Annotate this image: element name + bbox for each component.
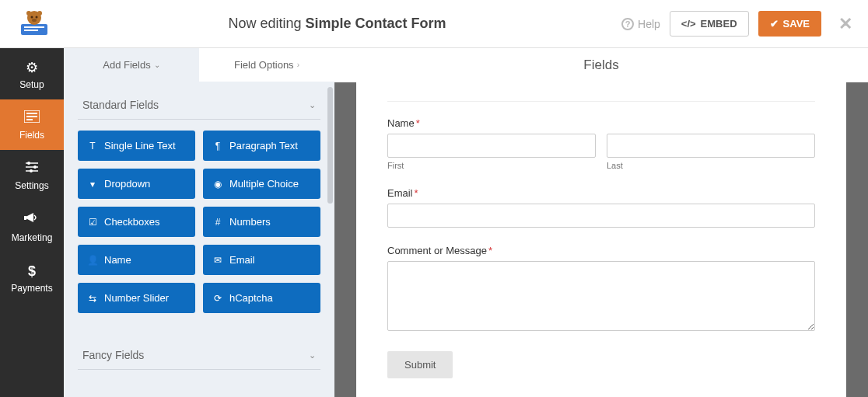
field-hcaptcha[interactable]: ⟳hCaptcha (203, 283, 320, 313)
required-mark: * (488, 245, 492, 256)
embed-button[interactable]: </> EMBED (670, 11, 749, 37)
field-label: Paragraph Text (229, 140, 298, 151)
code-icon: </> (681, 18, 696, 30)
nav-setup-label: Setup (19, 79, 44, 90)
help-link[interactable]: ? Help (621, 18, 660, 30)
first-sublabel: First (387, 161, 596, 170)
field-numbers[interactable]: #Numbers (203, 207, 320, 237)
field-label: Numbers (229, 216, 271, 228)
field-label: Dropdown (104, 178, 150, 190)
nav-settings[interactable]: Settings (0, 150, 64, 200)
tab-add-fields-label: Add Fields (103, 59, 150, 71)
main: ⚙ Setup Fields Settings Marketing $ Paym… (0, 48, 868, 397)
field-label: Email (229, 254, 255, 266)
section-standard-title: Standard Fields (82, 99, 159, 111)
submit-button[interactable]: Submit (387, 351, 453, 378)
megaphone-icon (3, 211, 61, 229)
field-name[interactable]: 👤Name (78, 245, 195, 275)
fields-panel: Add Fields ⌄ Field Options › Standard Fi… (64, 48, 334, 397)
email-label: Email* (387, 187, 815, 199)
svg-point-14 (27, 162, 30, 165)
section-fancy-title: Fancy Fields (82, 349, 144, 361)
top-bar: Now editing Simple Contact Form ? Help <… (0, 0, 868, 48)
captcha-icon: ⟳ (212, 293, 223, 304)
form-preview[interactable]: Name* First Last Email* (356, 82, 846, 397)
hash-icon: # (212, 217, 223, 228)
svg-point-4 (31, 16, 33, 18)
nav-marketing[interactable]: Marketing (0, 200, 64, 252)
editing-title: Now editing Simple Contact Form (53, 16, 621, 32)
field-label: Single Line Text (104, 140, 176, 151)
tab-field-options-label: Field Options (234, 59, 294, 71)
field-checkboxes[interactable]: ☑Checkboxes (78, 207, 195, 237)
svg-rect-1 (24, 26, 44, 28)
tab-add-fields[interactable]: Add Fields ⌄ (64, 48, 199, 82)
save-label: SAVE (783, 18, 810, 30)
preview-header: Fields (334, 48, 868, 82)
required-mark: * (415, 187, 418, 199)
required-mark: * (416, 117, 420, 129)
svg-rect-11 (26, 116, 37, 117)
svg-point-18 (30, 169, 33, 172)
nav-fields-label: Fields (19, 130, 44, 141)
sliders-icon (3, 161, 61, 177)
field-label: Name (104, 254, 131, 266)
chevron-down-icon: ⌄ (309, 100, 316, 110)
field-single-line-text[interactable]: TSingle Line Text (78, 131, 195, 161)
form-icon (3, 110, 61, 127)
preview-body-wrap: Name* First Last Email* (334, 82, 868, 397)
section-standard-fields[interactable]: Standard Fields ⌄ (78, 82, 320, 120)
editing-prefix: Now editing (228, 16, 305, 31)
field-multiple-choice[interactable]: ◉Multiple Choice (203, 169, 320, 199)
save-button[interactable]: ✔ SAVE (758, 11, 821, 37)
field-label: hCaptcha (229, 292, 273, 304)
app-logo (16, 5, 53, 43)
message-label: Comment or Message* (387, 245, 815, 256)
form-field-email[interactable]: Email* (387, 187, 815, 228)
slider-icon: ⇆ (87, 293, 98, 304)
last-name-input[interactable] (607, 134, 815, 158)
checkbox-icon: ☑ (87, 217, 98, 228)
field-label: Checkboxes (104, 216, 160, 228)
field-email[interactable]: ✉Email (203, 245, 320, 275)
radio-icon: ◉ (212, 179, 223, 190)
fields-scroll[interactable]: Standard Fields ⌄ TSingle Line Text ¶Par… (64, 82, 334, 397)
nav-marketing-label: Marketing (12, 232, 53, 243)
standard-fields-grid: TSingle Line Text ¶Paragraph Text ▾Dropd… (78, 131, 320, 313)
field-dropdown[interactable]: ▾Dropdown (78, 169, 195, 199)
panel-tabs: Add Fields ⌄ Field Options › (64, 48, 334, 82)
first-name-input[interactable] (387, 134, 596, 158)
embed-label: EMBED (701, 18, 737, 30)
svg-rect-12 (26, 119, 33, 120)
help-icon: ? (621, 18, 634, 30)
nav-setup[interactable]: ⚙ Setup (0, 48, 64, 99)
side-nav: ⚙ Setup Fields Settings Marketing $ Paym… (0, 48, 64, 397)
close-button[interactable]: ✕ (838, 14, 852, 34)
message-textarea[interactable] (387, 261, 815, 331)
preview-column: Fields Name* First Last (334, 48, 868, 397)
nav-payments-label: Payments (11, 283, 52, 294)
chevron-down-icon: ⌄ (309, 350, 316, 360)
section-fancy-fields[interactable]: Fancy Fields ⌄ (78, 332, 320, 370)
svg-rect-2 (24, 30, 38, 31)
nav-fields[interactable]: Fields (0, 99, 64, 150)
email-input[interactable] (387, 204, 815, 228)
form-field-message[interactable]: Comment or Message* (387, 245, 815, 334)
dollar-icon: $ (3, 263, 61, 280)
svg-point-7 (26, 11, 31, 16)
form-field-name[interactable]: Name* First Last (387, 117, 815, 170)
envelope-icon: ✉ (212, 255, 223, 266)
svg-point-5 (36, 16, 38, 18)
user-icon: 👤 (87, 255, 98, 266)
scrollbar[interactable] (327, 87, 333, 204)
help-label: Help (638, 18, 660, 30)
field-paragraph-text[interactable]: ¶Paragraph Text (203, 131, 320, 161)
chevron-right-icon: › (297, 61, 299, 69)
text-icon: T (87, 141, 98, 151)
svg-rect-10 (26, 113, 37, 114)
tab-field-options[interactable]: Field Options › (199, 48, 334, 82)
last-sublabel: Last (607, 161, 815, 170)
field-number-slider[interactable]: ⇆Number Slider (78, 283, 195, 313)
nav-payments[interactable]: $ Payments (0, 252, 64, 303)
svg-point-16 (33, 165, 37, 169)
